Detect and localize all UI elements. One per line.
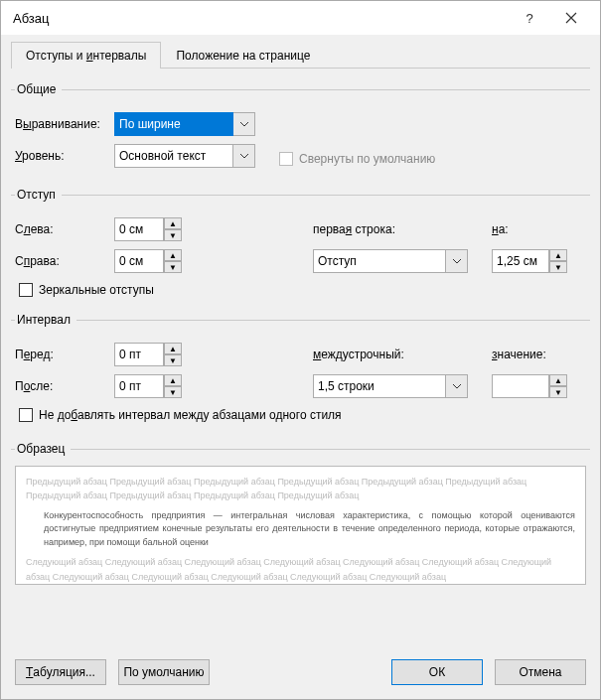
group-indent-legend: Отступ — [15, 188, 62, 202]
preview-prev-text: Предыдущий абзац Предыдущий абзац Предыд… — [26, 475, 575, 503]
group-indent: Отступ Слева: ▲▼ первая строка: на: Спра… — [11, 188, 590, 299]
alignment-label: Выравнивание: — [15, 117, 114, 131]
chevron-down-icon — [233, 144, 255, 168]
paragraph-dialog: Абзац ? Отступы и интервалы Положение на… — [0, 0, 601, 700]
spin-up-icon[interactable]: ▲ — [164, 374, 182, 386]
indent-right-label: Справа: — [15, 254, 114, 268]
close-icon — [565, 12, 577, 24]
level-combo[interactable] — [114, 144, 255, 168]
collapsed-label: Свернуты по умолчанию — [299, 152, 435, 166]
dialog-title: Абзац — [13, 11, 509, 26]
indent-left-spinner[interactable]: ▲▼ — [114, 217, 182, 241]
spacing-before-spinner[interactable]: ▲▼ — [114, 343, 182, 366]
level-value[interactable] — [114, 144, 233, 168]
first-line-combo[interactable]: Отступ — [313, 249, 468, 273]
spin-up-icon[interactable]: ▲ — [549, 249, 567, 261]
collapsed-checkbox: Свернуты по умолчанию — [279, 152, 435, 166]
spacing-at-spinner[interactable]: ▲▼ — [492, 374, 567, 398]
no-add-space-checkbox[interactable]: Не добавлять интервал между абзацами одн… — [19, 408, 586, 422]
indent-left-label: Слева: — [15, 222, 114, 236]
first-line-label: первая строка: — [313, 222, 395, 236]
titlebar: Абзац ? — [1, 1, 600, 35]
indent-by-value[interactable] — [492, 249, 549, 273]
alignment-value[interactable] — [114, 112, 233, 136]
tab-indents[interactable]: Отступы и интервалы — [11, 42, 161, 69]
preview-box: Предыдущий абзац Предыдущий абзац Предыд… — [15, 466, 586, 585]
tabs-button[interactable]: Табуляция... — [15, 659, 106, 685]
mirror-indents-label: Зеркальные отступы — [39, 283, 154, 297]
line-spacing-label: междустрочный: — [313, 348, 404, 361]
spin-up-icon[interactable]: ▲ — [164, 249, 182, 261]
spacing-before-value[interactable] — [114, 343, 164, 366]
spin-up-icon[interactable]: ▲ — [164, 217, 182, 229]
indent-left-value[interactable] — [114, 217, 164, 241]
group-general: Общие Выравнивание: Уровень: — [11, 82, 590, 174]
alignment-combo[interactable] — [114, 112, 255, 136]
close-button[interactable] — [550, 3, 592, 33]
first-line-value: Отступ — [314, 254, 445, 268]
spacing-after-spinner[interactable]: ▲▼ — [114, 374, 182, 398]
indent-by-spinner[interactable]: ▲▼ — [492, 249, 567, 273]
cancel-button[interactable]: Отмена — [495, 659, 586, 685]
chevron-down-icon — [445, 375, 467, 397]
indent-right-value[interactable] — [114, 249, 164, 273]
spin-down-icon[interactable]: ▼ — [164, 261, 182, 273]
spin-down-icon[interactable]: ▼ — [164, 354, 182, 366]
group-spacing-legend: Интервал — [15, 313, 76, 327]
dialog-content: Отступы и интервалы Положение на страниц… — [1, 35, 600, 647]
group-preview: Образец Предыдущий абзац Предыдущий абза… — [11, 442, 590, 585]
spacing-before-label: Перед: — [15, 348, 114, 361]
default-button[interactable]: По умолчанию — [118, 659, 210, 685]
tab-strip: Отступы и интервалы Положение на страниц… — [11, 41, 590, 69]
spin-down-icon[interactable]: ▼ — [549, 386, 567, 398]
spin-up-icon[interactable]: ▲ — [164, 343, 182, 354]
spacing-at-label: значение: — [492, 348, 546, 361]
indent-by-label: на: — [492, 222, 509, 236]
level-label: Уровень: — [15, 149, 114, 163]
chevron-down-icon — [233, 112, 255, 136]
preview-next-text: Следующий абзац Следующий абзац Следующи… — [26, 555, 575, 584]
spacing-after-value[interactable] — [114, 374, 164, 398]
chevron-down-icon — [445, 250, 467, 272]
spin-up-icon[interactable]: ▲ — [549, 374, 567, 386]
group-preview-legend: Образец — [15, 442, 71, 456]
line-spacing-value: 1,5 строки — [314, 379, 445, 393]
spacing-at-value[interactable] — [492, 374, 549, 398]
help-button[interactable]: ? — [509, 3, 550, 33]
spin-down-icon[interactable]: ▼ — [549, 261, 567, 273]
line-spacing-combo[interactable]: 1,5 строки — [313, 374, 468, 398]
dialog-footer: Табуляция... По умолчанию ОК Отмена — [1, 647, 600, 699]
mirror-indents-checkbox[interactable]: Зеркальные отступы — [19, 283, 586, 297]
spacing-after-label: После: — [15, 379, 114, 393]
preview-sample-text: Конкурентоспособность предприятия — инте… — [44, 509, 575, 550]
indent-right-spinner[interactable]: ▲▼ — [114, 249, 182, 273]
spin-down-icon[interactable]: ▼ — [164, 386, 182, 398]
no-add-space-label: Не добавлять интервал между абзацами одн… — [39, 408, 342, 422]
ok-button[interactable]: ОК — [391, 659, 483, 685]
group-spacing: Интервал Перед: ▲▼ междустрочный: значен… — [11, 313, 590, 424]
spin-down-icon[interactable]: ▼ — [164, 229, 182, 241]
tab-position[interactable]: Положение на странице — [161, 42, 325, 69]
group-general-legend: Общие — [15, 82, 62, 96]
